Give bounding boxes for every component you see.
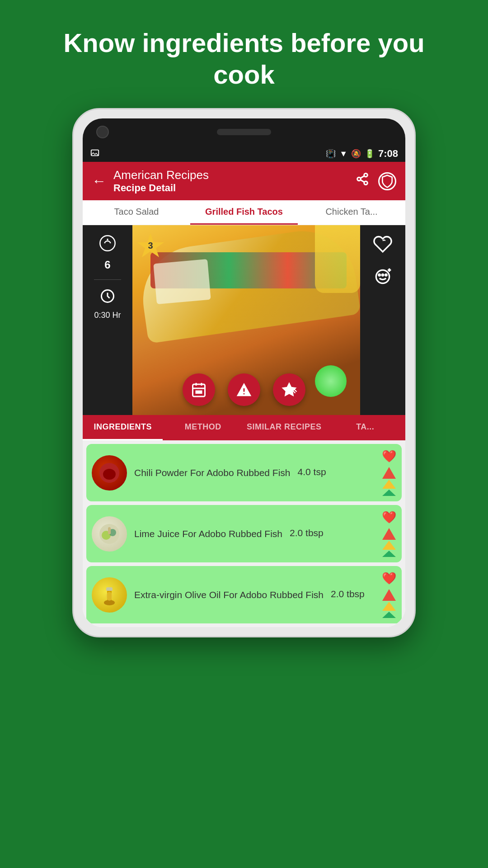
favorite-icon[interactable] <box>373 234 393 256</box>
svg-rect-20 <box>200 391 202 393</box>
ingredient-amount-chili: 4.0 tsp <box>298 467 326 477</box>
tab-grilled-fish-tacos[interactable]: Grilled Fish Tacos <box>190 200 298 225</box>
svg-line-5 <box>361 176 365 178</box>
camera-dot <box>96 126 109 138</box>
content-tab-bar: INGREDIENTS METHOD SIMILAR RECIPES TA... <box>83 415 405 440</box>
svg-point-8 <box>376 270 389 283</box>
ingredient-info-chili: Chili Powder For Adobo Rubbed Fish 4.0 t… <box>134 467 375 479</box>
vibrate-icon: 📳 <box>326 149 336 159</box>
recipe-right-sidebar <box>360 225 405 415</box>
ingredient-amount-lime: 2.0 tbsp <box>290 528 324 538</box>
ingredient-info-olive-oil: Extra-virgin Olive Oil For Adobo Rubbed … <box>134 589 375 601</box>
recipe-left-sidebar: 6 0:30 Hr <box>83 225 132 415</box>
svg-line-26 <box>294 389 297 392</box>
svg-point-9 <box>379 274 380 276</box>
svg-point-1 <box>364 173 368 177</box>
ingredient-actions-lime: ❤️ <box>382 510 396 557</box>
phone-screen: 📳 ▼ 🔕 🔋 7:08 ← American Recipes Recipe D… <box>83 118 405 627</box>
alert-triangles-chili <box>382 467 396 496</box>
tab-chicken-tacos[interactable]: Chicken Ta... <box>298 200 405 225</box>
fv-shield-button[interactable] <box>378 172 396 190</box>
ingredient-actions-olive-oil: ❤️ <box>382 571 396 618</box>
triangle-red-oil <box>382 589 396 601</box>
phone-hardware-bar <box>83 118 405 146</box>
ingredient-actions-chili: ❤️ <box>382 449 396 496</box>
ingredient-image-olive-oil <box>92 577 127 613</box>
alert-button[interactable] <box>228 373 260 406</box>
favorite-edit-button[interactable] <box>273 373 305 406</box>
star-rating-badge: 3 <box>136 231 165 260</box>
ingredient-name-chili: Chili Powder For Adobo Rubbed Fish <box>134 467 291 479</box>
recipe-time: 0:30 Hr <box>94 311 121 320</box>
status-bar-image-icon <box>90 148 100 160</box>
app-sub-title: Recipe Detail <box>113 182 348 194</box>
svg-point-28 <box>103 469 116 480</box>
serving-icon <box>99 234 117 254</box>
ingredient-name-olive-oil: Extra-virgin Olive Oil For Adobo Rubbed … <box>134 589 324 601</box>
svg-point-23 <box>244 393 245 395</box>
ingredient-image-lime <box>92 516 127 552</box>
ingredient-item-lime-juice: Lime Juice For Adobo Rubbed Fish 2.0 tbs… <box>86 505 402 562</box>
health-heart-icon-lime[interactable]: ❤️ <box>382 510 396 524</box>
ingredients-list: Chili Powder For Adobo Rubbed Fish 4.0 t… <box>83 440 405 627</box>
speaker-bar <box>217 129 271 135</box>
svg-point-10 <box>382 274 384 276</box>
phone-mockup: 📳 ▼ 🔕 🔋 7:08 ← American Recipes Recipe D… <box>72 108 416 637</box>
status-bar: 📳 ▼ 🔕 🔋 7:08 <box>83 146 405 162</box>
serving-count: 6 <box>104 259 110 271</box>
add-to-meal-icon[interactable] <box>373 267 393 288</box>
hero-title: Know ingredients before you cook <box>0 0 488 108</box>
notification-icon: 🔕 <box>351 149 361 159</box>
share-button[interactable] <box>356 172 369 190</box>
tab-ta[interactable]: TA... <box>325 415 405 440</box>
action-buttons-row <box>183 373 305 406</box>
app-bar-title: American Recipes Recipe Detail <box>113 168 348 194</box>
recipe-image-area: 6 0:30 Hr <box>83 225 405 415</box>
triangle-yellow-lime <box>382 541 396 550</box>
status-time: 7:08 <box>378 148 398 160</box>
health-heart-icon-olive-oil[interactable]: ❤️ <box>382 571 396 585</box>
triangle-yellow <box>382 480 396 489</box>
app-bar-actions <box>356 172 396 190</box>
app-bar: ← American Recipes Recipe Detail <box>83 162 405 200</box>
svg-point-36 <box>106 592 113 601</box>
svg-point-3 <box>364 181 368 185</box>
svg-point-11 <box>385 274 387 276</box>
triangle-green-oil <box>382 612 396 618</box>
time-icon <box>99 288 116 306</box>
tab-taco-salad[interactable]: Taco Salad <box>83 200 190 225</box>
wifi-icon: ▼ <box>339 149 347 159</box>
svg-rect-35 <box>106 587 113 591</box>
svg-rect-19 <box>196 391 198 393</box>
recipe-tab-bar: Taco Salad Grilled Fish Tacos Chicken Ta… <box>83 200 405 225</box>
ingredient-item-olive-oil: Extra-virgin Olive Oil For Adobo Rubbed … <box>86 566 402 623</box>
ingredient-item-chili-powder: Chili Powder For Adobo Rubbed Fish 4.0 t… <box>86 444 402 501</box>
triangle-yellow-oil <box>382 602 396 611</box>
svg-point-2 <box>357 177 361 181</box>
app-main-title: American Recipes <box>113 168 348 182</box>
triangle-green-lime <box>382 551 396 557</box>
svg-rect-32 <box>108 527 111 534</box>
ingredient-name-lime: Lime Juice For Adobo Rubbed Fish <box>134 528 282 540</box>
alert-triangles-lime <box>382 528 396 557</box>
health-heart-icon-chili[interactable]: ❤️ <box>382 449 396 463</box>
calendar-button[interactable] <box>183 373 215 406</box>
triangle-red <box>382 467 396 479</box>
battery-icon: 🔋 <box>365 149 375 159</box>
triangle-red-lime <box>382 528 396 540</box>
ingredient-amount-olive-oil: 2.0 tbsp <box>331 589 365 599</box>
tab-method[interactable]: METHOD <box>163 415 243 440</box>
back-button[interactable]: ← <box>92 173 106 189</box>
svg-line-4 <box>361 180 365 182</box>
alert-triangles-olive-oil <box>382 589 396 618</box>
ingredient-image-chili <box>92 455 127 491</box>
star-count: 3 <box>148 241 153 251</box>
triangle-green <box>382 490 396 496</box>
ingredient-info-lime: Lime Juice For Adobo Rubbed Fish 2.0 tbs… <box>134 528 375 540</box>
tab-similar-recipes[interactable]: SIMILAR RECIPES <box>243 415 325 440</box>
tab-ingredients[interactable]: INGREDIENTS <box>83 415 163 440</box>
